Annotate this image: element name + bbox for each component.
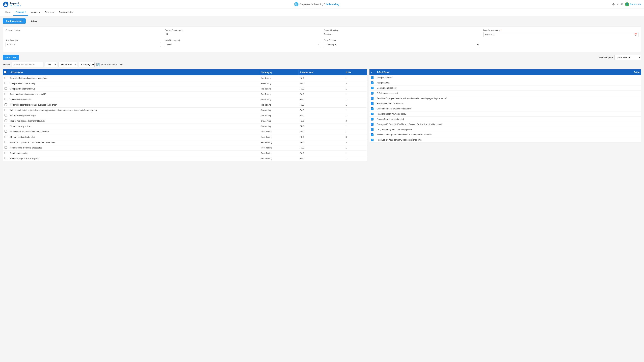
add-task-button[interactable]: + Add Task <box>3 55 19 60</box>
blue-checkbox[interactable] <box>371 102 374 105</box>
row-checkbox-cell[interactable] <box>3 150 9 156</box>
back-to-site-link[interactable]: Back to site <box>630 3 641 5</box>
search-input[interactable] <box>12 62 44 67</box>
mail-icon[interactable]: ✉ <box>620 2 623 6</box>
back-to-site-area[interactable]: 👤 Back to site <box>625 2 641 6</box>
row-checkbox-cell[interactable] <box>3 108 9 113</box>
row-checkbox[interactable] <box>4 77 7 79</box>
right-row-check[interactable] <box>371 87 377 89</box>
nav-home[interactable]: Home <box>3 9 13 16</box>
row-checkbox-cell[interactable] <box>3 113 9 118</box>
row-checkbox[interactable] <box>4 87 7 90</box>
row-checkbox[interactable] <box>4 98 7 100</box>
row-checkbox[interactable] <box>4 141 7 143</box>
page-title-link[interactable]: Onboarding <box>326 3 339 6</box>
tab-history[interactable]: History <box>26 18 40 24</box>
row-checkbox[interactable] <box>4 152 7 154</box>
row-checkbox[interactable] <box>4 119 7 122</box>
row-checkbox[interactable] <box>4 130 7 133</box>
select-all-checkbox[interactable] <box>4 71 6 73</box>
right-row-check[interactable] <box>371 113 377 115</box>
nav-masters[interactable]: Masters ▾ <box>28 9 42 16</box>
right-row-task-name: Received previous company work experienc… <box>377 139 640 141</box>
row-checkbox-cell[interactable] <box>3 81 9 86</box>
row-checkbox[interactable] <box>4 146 7 149</box>
blue-checkbox[interactable] <box>371 133 374 136</box>
row-rd: 3 <box>344 81 366 86</box>
blue-checkbox[interactable] <box>371 113 374 115</box>
blue-checkbox[interactable] <box>371 118 374 120</box>
right-row-check[interactable] <box>371 92 377 94</box>
row-checkbox-cell[interactable] <box>3 156 9 161</box>
row-checkbox-cell[interactable] <box>3 97 9 102</box>
nav-reports[interactable]: Reports ▾ <box>42 9 57 16</box>
left-col-department[interactable]: ⇅ Department <box>298 69 344 75</box>
row-checkbox[interactable] <box>4 125 7 127</box>
right-row-check[interactable] <box>371 123 377 126</box>
row-dept: BPO <box>298 129 344 134</box>
row-checkbox-cell[interactable] <box>3 134 9 140</box>
nav-process[interactable]: Process ▾ <box>13 9 28 16</box>
blue-checkbox[interactable] <box>371 92 374 94</box>
row-checkbox-cell[interactable] <box>3 118 9 124</box>
new-location-input[interactable] <box>6 42 161 47</box>
blue-checkbox[interactable] <box>371 123 374 126</box>
new-position-select[interactable]: Developer Designer Manager <box>324 42 479 47</box>
row-checkbox[interactable] <box>4 109 7 111</box>
row-category: Pre-Joining <box>260 91 298 97</box>
right-row-check[interactable] <box>371 97 377 100</box>
row-checkbox[interactable] <box>4 93 7 95</box>
category-filter-select[interactable]: Category All <box>79 62 94 67</box>
row-checkbox[interactable] <box>4 103 7 106</box>
date-of-movement-group: Date Of Movement 📅 <box>483 29 639 37</box>
nav-data-analytics[interactable]: Data Analytics <box>57 9 75 16</box>
row-rd: 1 <box>344 102 366 108</box>
blue-checkbox[interactable] <box>371 139 374 141</box>
table-row: Share company policies On-Joining BPO 1 <box>3 124 366 129</box>
dept-filter-select[interactable]: HR BPO R&D All <box>45 62 57 67</box>
row-checkbox-cell[interactable] <box>3 129 9 134</box>
right-row-check[interactable] <box>371 139 377 141</box>
date-of-movement-input[interactable] <box>483 32 639 37</box>
row-checkbox-cell[interactable] <box>3 124 9 129</box>
masters-dropdown-icon: ▾ <box>39 11 40 13</box>
refresh-icon[interactable]: 🔄 <box>96 63 100 66</box>
right-row-check[interactable] <box>371 107 377 110</box>
row-checkbox-cell[interactable] <box>3 75 9 81</box>
right-row-check[interactable] <box>371 102 377 105</box>
left-col-rd[interactable]: ⇅ RD <box>344 69 366 75</box>
dept-category-select[interactable]: Department All <box>58 62 77 67</box>
row-checkbox[interactable] <box>4 114 7 116</box>
row-checkbox-cell[interactable] <box>3 86 9 91</box>
row-checkbox[interactable] <box>4 136 7 138</box>
row-checkbox-cell[interactable] <box>3 102 9 108</box>
settings-icon[interactable]: ⚙ <box>612 2 615 6</box>
left-col-category[interactable]: ⇅ Category <box>260 69 298 75</box>
right-row-check[interactable] <box>371 128 377 131</box>
blue-checkbox[interactable] <box>371 81 374 84</box>
row-checkbox[interactable] <box>4 82 7 84</box>
blue-checkbox[interactable] <box>371 87 374 89</box>
help-icon[interactable]: ? <box>617 2 618 6</box>
right-row-check[interactable] <box>371 81 377 84</box>
row-checkbox[interactable] <box>4 157 7 159</box>
blue-checkbox[interactable] <box>371 97 374 100</box>
row-dept: R&D <box>298 150 344 156</box>
list-item: Assign Laptop <box>370 80 641 85</box>
blue-checkbox[interactable] <box>371 76 374 79</box>
row-rd: 1 <box>344 156 366 161</box>
right-row-check[interactable] <box>371 133 377 136</box>
right-row-check[interactable] <box>371 76 377 79</box>
row-checkbox-cell[interactable] <box>3 145 9 150</box>
blue-checkbox[interactable] <box>371 128 374 131</box>
right-row-check[interactable] <box>371 118 377 120</box>
tab-staff-movement[interactable]: Staff Movement <box>3 18 26 24</box>
blue-checkbox[interactable] <box>371 107 374 110</box>
search-row: Search HR BPO R&D All Department All Cat… <box>3 62 641 67</box>
task-template-select[interactable]: None selected <box>614 55 641 60</box>
right-col-task-name[interactable]: ⇅ Task Name <box>377 71 634 73</box>
left-col-task-name[interactable]: ⇅ Task Name <box>9 69 260 75</box>
new-department-select[interactable]: R&D HR BPO <box>165 42 320 47</box>
row-checkbox-cell[interactable] <box>3 140 9 145</box>
row-checkbox-cell[interactable] <box>3 91 9 97</box>
